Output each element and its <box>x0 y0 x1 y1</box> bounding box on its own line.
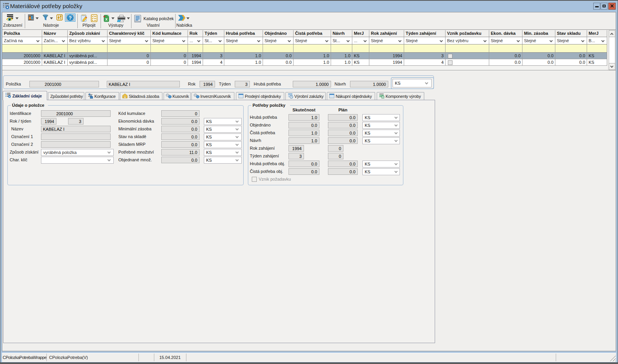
svg-text:?: ? <box>69 15 72 21</box>
svg-text:x: x <box>105 17 108 21</box>
